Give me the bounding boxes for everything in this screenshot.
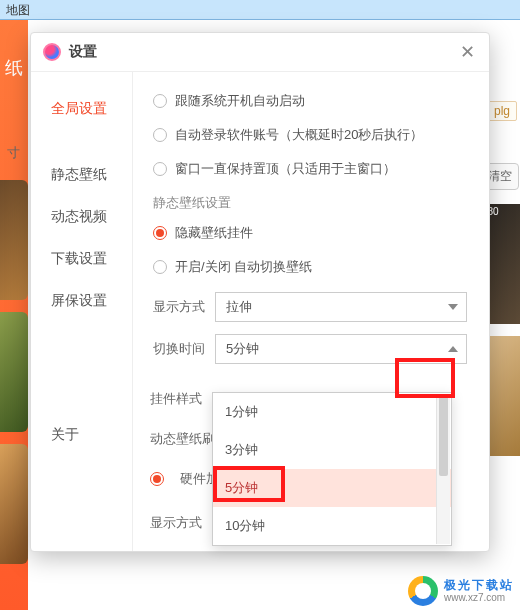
opt-hide-widget[interactable]: 隐藏壁纸挂件 [153, 224, 467, 242]
thumbnail[interactable] [0, 312, 28, 432]
thumbnail[interactable] [0, 444, 28, 564]
display-mode-select[interactable]: 拉伸 [215, 292, 467, 322]
desktop-tab: 地图 [0, 0, 520, 20]
radio-checked-icon [153, 226, 167, 240]
left-thumbnails [0, 180, 28, 580]
field-label: 挂件样式 [150, 390, 202, 408]
radio-icon [153, 94, 167, 108]
dropdown-option-3min[interactable]: 3分钟 [213, 431, 451, 469]
sidebar-item-global[interactable]: 全局设置 [31, 88, 132, 130]
field-label: 显示方式 [150, 514, 202, 532]
opt-autostart[interactable]: 跟随系统开机自动启动 [153, 92, 467, 110]
option-label: 窗口一直保持置顶（只适用于主窗口） [175, 160, 396, 178]
brand-url: www.xz7.com [444, 592, 514, 603]
close-button[interactable]: ✕ [457, 41, 477, 63]
option-label: 隐藏壁纸挂件 [175, 224, 253, 242]
select-value: 5分钟 [226, 340, 259, 358]
option-label: 跟随系统开机自动启动 [175, 92, 305, 110]
sidebar-item-download[interactable]: 下载设置 [31, 238, 132, 280]
option-label: 开启/关闭 自动切换壁纸 [175, 258, 312, 276]
left-rail-char: 纸 [5, 56, 23, 80]
app-logo-icon [43, 43, 61, 61]
sidebar-item-about[interactable]: 关于 [31, 414, 132, 456]
brand-logo-icon [408, 576, 438, 606]
field-label: 显示方式 [153, 298, 215, 316]
sidebar: 全局设置 静态壁纸 动态视频 下载设置 屏保设置 关于 [31, 72, 133, 551]
opt-autologin[interactable]: 自动登录软件账号（大概延时20秒后执行） [153, 126, 467, 144]
opt-auto-switch[interactable]: 开启/关闭 自动切换壁纸 [153, 258, 467, 276]
radio-checked-icon [150, 472, 164, 486]
titlebar: 设置 ✕ [31, 33, 489, 72]
dialog-title: 设置 [69, 43, 97, 61]
row-switch-time: 切换时间 5分钟 [153, 334, 467, 364]
dropdown-option-10min[interactable]: 10分钟 [213, 507, 451, 545]
thumbnail[interactable] [0, 180, 28, 300]
opt-always-on-top[interactable]: 窗口一直保持置顶（只适用于主窗口） [153, 160, 467, 178]
left-dim-label: 寸 [0, 144, 26, 162]
dropdown-scrollbar[interactable] [436, 394, 450, 544]
switch-time-select[interactable]: 5分钟 [215, 334, 467, 364]
select-value: 拉伸 [226, 298, 252, 316]
switch-time-dropdown: 1分钟 3分钟 5分钟 10分钟 [212, 392, 452, 546]
row-display-mode: 显示方式 拉伸 [153, 292, 467, 322]
scrollbar-thumb[interactable] [439, 396, 448, 476]
watermark: 极光下载站 www.xz7.com [408, 576, 514, 606]
radio-icon [153, 128, 167, 142]
brand-name: 极光下载站 [444, 579, 514, 592]
sidebar-item-static[interactable]: 静态壁纸 [31, 154, 132, 196]
section-static-wallpaper: 静态壁纸设置 [153, 194, 467, 212]
right-chip: plg [487, 101, 517, 121]
radio-icon [153, 162, 167, 176]
dropdown-option-5min[interactable]: 5分钟 [213, 469, 451, 507]
section-dynamic-prefix: 动态壁纸刷 [150, 430, 215, 448]
sidebar-item-dynamic[interactable]: 动态视频 [31, 196, 132, 238]
radio-icon [153, 260, 167, 274]
dropdown-option-1min[interactable]: 1分钟 [213, 393, 451, 431]
chevron-down-icon [448, 304, 458, 310]
chevron-up-icon [448, 346, 458, 352]
option-label: 自动登录软件账号（大概延时20秒后执行） [175, 126, 423, 144]
sidebar-item-screensaver[interactable]: 屏保设置 [31, 280, 132, 322]
field-label: 切换时间 [153, 340, 215, 358]
